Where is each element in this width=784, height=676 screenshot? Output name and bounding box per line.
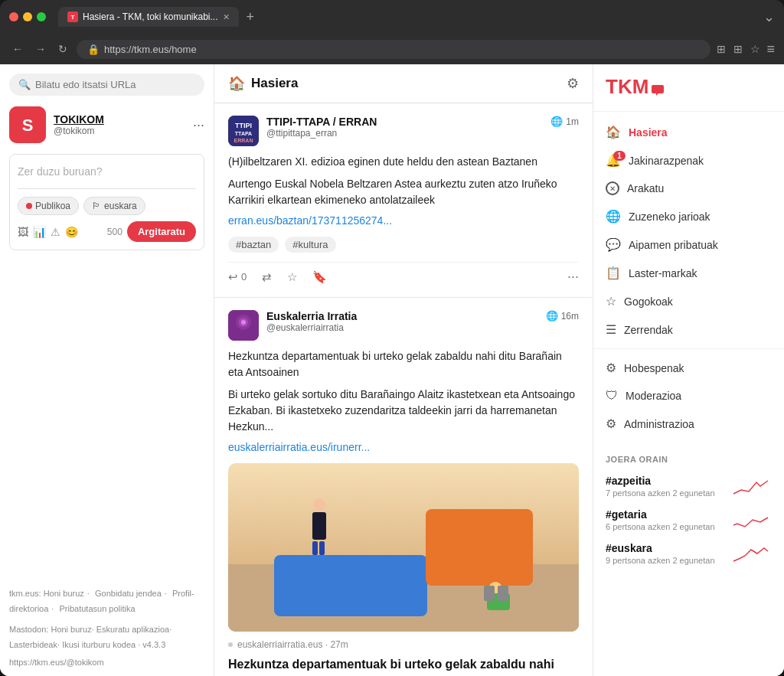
post-author[interactable]: TTIPI-TTAPA / ERRAN <box>266 116 543 128</box>
tkm-logo-text: TKM <box>606 75 772 99</box>
trend-item[interactable]: #azpeitia 7 pertsona azken 2 egunetan <box>606 475 772 498</box>
post-more-button[interactable]: ··· <box>567 269 579 285</box>
post-source: euskalerriairratia.eus · 27m <box>237 639 348 650</box>
publish-button[interactable]: Argitaratu <box>127 221 196 242</box>
prefs-nav-icon: ⚙ <box>606 361 616 375</box>
active-tab[interactable]: T Hasiera - TKM, toki komunikabi... ✕ <box>58 7 239 27</box>
minimize-button[interactable] <box>23 12 32 21</box>
public-dot <box>26 203 32 209</box>
footer-link-privacy[interactable]: Pribatutasun politika <box>59 604 135 613</box>
nav-label: Hasiera <box>629 126 668 139</box>
nav-item-aipamen[interactable]: 💬 Aipamen pribatuak <box>593 230 784 259</box>
nav-label: Moderazioa <box>626 390 681 402</box>
profile-name[interactable]: TOKIKOM <box>54 113 185 126</box>
chart-icon[interactable]: 📊 <box>33 226 46 238</box>
search-bar[interactable]: 🔍 <box>9 73 204 96</box>
nav-item-zuzeneko[interactable]: 🌐 Zuzeneko jarioak <box>593 202 784 230</box>
nav-item-zerrendak[interactable]: ☰ Zerrendak <box>593 315 784 344</box>
post-handle: @euskalerriairratia <box>266 322 538 333</box>
footer-mlink-shortcuts[interactable]: Lasterbideak <box>9 640 57 649</box>
settings-icon[interactable]: ⚙ <box>567 75 579 92</box>
post-body: (H)ilbeltzaren XI. edizioa eginen dute h… <box>228 154 579 229</box>
apps-icon[interactable]: ⊞ <box>733 43 743 55</box>
post-header: TTIPI TTAPA ERRAN TTIPI-TTAPA / ERRAN @t… <box>228 116 579 146</box>
sidebar-footer: tkm.eus: Honi buruz· Gonbidatu jendea· P… <box>9 579 204 667</box>
profile-menu-icon[interactable]: ··· <box>193 117 204 133</box>
tkm-logo: TKM <box>593 75 784 112</box>
favorite-button[interactable]: ☆ <box>287 270 297 284</box>
home-icon: 🏠 <box>228 75 245 92</box>
footer-mlink-app[interactable]: Eskuratu aplikazioa <box>96 625 169 634</box>
tab-close-icon[interactable]: ✕ <box>223 12 230 22</box>
reply-button[interactable]: ↩ 0 <box>228 270 247 284</box>
maximize-button[interactable] <box>37 12 46 21</box>
browser-menu-icon[interactable]: ≡ <box>766 41 775 57</box>
nav-item-arakatu[interactable]: ✕ Arakatu <box>593 175 784 202</box>
nav-item-hobespenak[interactable]: ⚙ Hobespenak <box>593 354 784 382</box>
nav-item-moderazioa[interactable]: 🛡 Moderazioa <box>593 382 784 410</box>
footer-link-invite[interactable]: Gonbidatu jendea <box>95 589 162 598</box>
footer-link-about[interactable]: Honi buruz <box>44 589 84 598</box>
trend-item[interactable]: #getaria 6 pertsona azken 2 egunetan <box>606 508 772 531</box>
close-button[interactable] <box>9 12 18 21</box>
post-body: Hezkuntza departamentuak bi urteko gelak… <box>228 348 579 456</box>
nav-label: Hobespenak <box>624 362 684 374</box>
post-avatar <box>228 310 259 341</box>
post-author[interactable]: Euskalerria Irratia <box>266 310 538 322</box>
post-link[interactable]: euskalerriairratia.eus/irunerr... <box>228 441 370 453</box>
compose-placeholder[interactable]: Zer duzu buruan? <box>18 162 196 181</box>
alert-icon[interactable]: ⚠ <box>51 226 60 238</box>
post-text-main: (H)ilbeltzaren XI. edizioa eginen dute h… <box>228 154 579 170</box>
list-nav-icon: ☰ <box>606 322 616 337</box>
trend-item[interactable]: #euskara 9 pertsona azken 2 egunetan <box>606 542 772 565</box>
address-bar[interactable]: 🔒 https://tkm.eus/home <box>77 40 710 59</box>
bookmark-button[interactable]: 🔖 <box>312 270 327 284</box>
nav-item-jakinarazpenak[interactable]: 🔔 Jakinarazpenak 1 <box>593 146 784 175</box>
post-link[interactable]: erran.eus/baztan/173711256274... <box>228 214 392 227</box>
flag-icon: 🏳 <box>92 201 101 211</box>
logo-text: TKM <box>606 75 648 99</box>
forward-button[interactable]: → <box>32 40 49 58</box>
trend-info: #getaria 6 pertsona azken 2 egunetan <box>606 508 730 531</box>
back-button[interactable]: ← <box>9 40 26 58</box>
euskal-avatar-logo <box>228 310 259 341</box>
compose-actions: Publikoa 🏳 euskara <box>18 197 196 215</box>
refresh-button[interactable]: ↻ <box>55 40 70 58</box>
right-nav: 🏠 Hasiera 🔔 Jakinarazpenak 1 ✕ Arakatu 🌐 <box>593 112 784 444</box>
image-icon[interactable]: 🖼 <box>18 226 28 238</box>
browser-titlebar: T Hasiera - TKM, toki komunikabi... ✕ + … <box>0 0 784 34</box>
globe-icon: 🌐 <box>550 116 563 127</box>
nav-divider <box>593 348 784 349</box>
profile-info: TOKIKOM @tokikom <box>54 113 185 136</box>
reply-count: 0 <box>241 271 247 282</box>
post-meta: TTIPI-TTAPA / ERRAN @ttipittapa_erran <box>266 116 543 139</box>
nav-item-gogokoak[interactable]: ☆ Gogokoak <box>593 287 784 315</box>
language-button[interactable]: 🏳 euskara <box>83 197 145 215</box>
trends-title: JOERA ORAIN <box>606 455 772 464</box>
post-tag[interactable]: #kultura <box>285 237 335 253</box>
new-tab-button[interactable]: + <box>242 9 260 25</box>
search-input[interactable] <box>35 79 195 90</box>
feed-header: 🏠 Hasiera ⚙ <box>214 64 593 103</box>
footer-mastodon-label: Mastodon: <box>9 625 48 634</box>
nav-item-hasiera[interactable]: 🏠 Hasiera <box>593 118 784 146</box>
footer-url: https://tkm.eus/@tokikom <box>9 658 204 667</box>
nav-item-lastermarkak[interactable]: 📋 Laster-markak <box>593 259 784 287</box>
trend-chart-euskara <box>730 542 772 565</box>
footer-mlink-source[interactable]: Ikusi iturburu kodea <box>62 640 136 649</box>
bookmark-icon[interactable]: ☆ <box>750 43 760 55</box>
grid-icon[interactable]: ⊞ <box>717 43 726 55</box>
trend-info: #euskara 9 pertsona azken 2 egunetan <box>606 542 730 565</box>
post-tag[interactable]: #baztan <box>228 237 279 253</box>
kid1 <box>312 498 326 555</box>
public-button[interactable]: Publikoa <box>18 197 79 215</box>
globe-nav-icon: 🌐 <box>606 209 621 224</box>
footer-mlink-about[interactable]: Honi buruz <box>51 625 91 634</box>
nav-label: Laster-markak <box>629 267 697 279</box>
repost-button[interactable]: ⇄ <box>262 270 272 284</box>
address-icons: ⊞ ⊞ ☆ <box>717 43 760 55</box>
nav-item-administrazioa[interactable]: ⚙ Administrazioa <box>593 410 784 438</box>
emoji-icon[interactable]: 😊 <box>65 226 78 238</box>
browser-chevron-icon[interactable]: ⌄ <box>763 8 775 25</box>
mat-blue <box>274 555 427 616</box>
